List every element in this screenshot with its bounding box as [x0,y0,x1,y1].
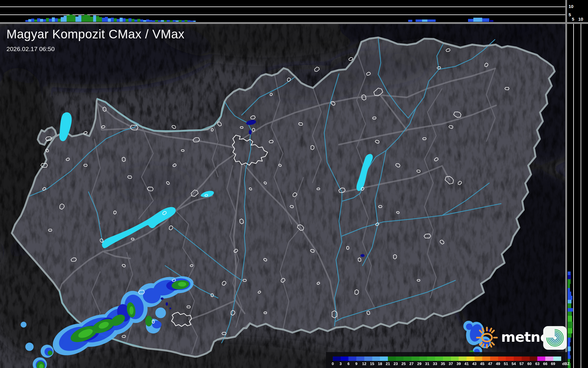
top-profile-echo-segment [96,16,99,22]
top-profile-echo-segment [473,18,482,22]
right-profile-echo-segment [568,312,572,316]
legend-value-label: 12 [362,362,366,366]
right-profile-echo-segment [568,279,571,284]
legend-value-label: 6 [347,362,350,366]
timestamp: 2026.02.17 06:50 [6,45,185,53]
right-profile-echo-segment [568,338,571,342]
top-profile-echo-segment [179,20,182,22]
top-profile-echo-segment [143,20,146,22]
top-profile-echo-segment [155,20,158,22]
top-profile-echo-segment [490,20,493,22]
legend-value-label: 23 [393,362,398,366]
legend-color-cell [522,356,530,361]
legend-value-label: 9 [355,362,357,366]
metnet-logo: metnet [473,323,567,352]
right-profile-echo-segment [568,275,571,279]
top-profile-echo-segment [468,19,473,22]
right-profile-echo-segment [568,328,572,333]
legend-value-label: 57 [520,362,524,366]
top-profile-echo-segment [185,20,187,22]
top-profile-echo-segment [117,19,120,22]
top-profile-echo-segment [93,15,96,22]
top-profile-echo-segment [140,19,143,22]
top-profile-echo-segment [134,19,137,22]
legend-value-label: 41 [465,362,469,366]
top-profile-echo-segment [61,17,64,22]
legend-value-label: 15 [370,362,374,366]
top-profile-echo-segment [25,20,28,22]
top-axis-label-10: 10 [569,4,574,9]
legend-color-cell [443,356,451,361]
legend-value-label: 35 [441,362,445,366]
legend-color-cell [451,356,459,361]
legend-value-label: 49 [496,362,500,366]
right-profile-echo-segment [568,303,571,308]
top-profile-echo-segment [78,15,81,22]
legend-value-label: 54 [512,362,516,366]
legend-value-label: 66 [543,362,547,366]
top-profile-echo-segment [164,20,167,22]
legend-color-cell [333,356,341,361]
legend-color-cell [506,356,514,361]
legend-value-label: 31 [425,362,429,366]
top-profile-echo-segment [187,20,190,22]
top-profile-echo-segment [58,19,61,22]
top-profile-echo-segment [87,15,90,22]
top-profile-echo-segment [105,17,108,22]
weather-radar-composite: 10 5 5 10 Magyar Kompozit CMax / VMax 20… [0,0,588,368]
top-profile-echo-segment [55,18,58,22]
legend-color-cell [545,356,553,361]
right-profile-echo-segment [568,292,571,296]
top-profile-echo-segment [427,19,436,22]
top-profile-echo-segment [108,18,111,22]
metnet-app-icon [543,326,567,350]
title-block: Magyar Kompozit CMax / VMax 2026.02.17 0… [6,27,185,53]
legend-color-cell [482,356,490,361]
legend-value-label: 47 [488,362,492,366]
legend-value-label: 60 [527,362,531,366]
right-axis-label-10: 10 [578,17,583,21]
legend-color-cell [467,356,475,361]
right-profile-echo-segment [568,288,570,292]
top-profile-echo-segment [152,20,155,22]
legend-value-label: 37 [449,362,453,366]
legend-value-label: 0 [332,362,334,366]
hungary-radar-map [0,0,588,368]
top-profile-echo-segment [161,20,164,22]
top-profile-echo-segment [34,19,37,22]
top-profile-echo-segment [31,19,34,22]
top-profile-echo-segment [182,20,185,22]
vertical-profile-top-strip [0,0,565,22]
legend-value-label: 21 [386,362,390,366]
legend-value-label: 69 [551,362,555,366]
legend-value-label: 27 [409,362,414,366]
legend-color-cell [419,356,427,361]
top-profile-echoes [0,0,565,22]
right-profile-echo-segment [568,284,570,288]
top-profile-echo-segment [126,19,129,22]
right-profile-echo-segment [568,333,571,338]
top-profile-echo-segment [129,18,131,22]
legend-value-label: 18 [378,362,382,366]
top-profile-echo-segment [170,20,173,22]
top-profile-echo-segment [158,20,161,22]
legend-value-label: 3 [340,362,342,366]
top-profile-echo-segment [146,19,149,22]
right-profile-echo-segment [568,300,571,303]
dbz-color-scale: 0369121518212325272931333537394143454749… [326,352,567,368]
legend-value-label: 51 [504,362,508,366]
legend-color-cell [372,356,380,361]
top-profile-echo-segment [120,18,123,22]
right-profile-echo-segment [568,322,573,328]
top-profile-echo-segment [173,20,176,22]
legend-color-cell [490,356,498,361]
right-profile-echoes [567,24,588,368]
legend-color-cell [459,356,467,361]
page-title: Magyar Kompozit CMax / VMax [6,27,185,41]
vertical-profile-right-strip [567,24,588,368]
top-profile-echo-segment [137,19,140,22]
top-profile-echo-segment [482,18,489,22]
top-profile-echo-segment [28,19,31,22]
right-profile-echo-segment [568,308,573,312]
legend-value-label: 25 [401,362,406,366]
